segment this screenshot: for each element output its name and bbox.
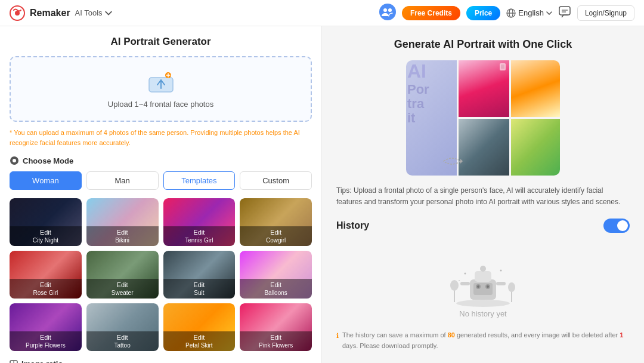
tab-woman[interactable]: Woman bbox=[10, 171, 82, 190]
style-name-sweater: Sweater bbox=[86, 290, 159, 296]
users-icon bbox=[379, 4, 396, 20]
history-title: History bbox=[336, 220, 369, 231]
hero-cell-face bbox=[459, 119, 509, 176]
style-name-balloons: Balloons bbox=[240, 290, 312, 296]
page-title: AI Portrait Generator bbox=[10, 36, 312, 48]
svg-rect-26 bbox=[473, 283, 493, 295]
hero-cell-bottle bbox=[511, 60, 560, 117]
globe-icon bbox=[506, 8, 516, 18]
tab-man[interactable]: Man bbox=[86, 171, 159, 190]
svg-point-40 bbox=[500, 270, 502, 272]
upload-area[interactable]: Upload 1~4 frontal face photos bbox=[10, 56, 312, 122]
chevron-down-icon bbox=[105, 10, 112, 17]
style-item-tattoo[interactable]: Edit Tattoo bbox=[86, 303, 159, 351]
svg-point-1 bbox=[15, 11, 20, 16]
style-item-pinkflowers[interactable]: Edit Pink Flowers bbox=[240, 303, 312, 351]
svg-point-4 bbox=[388, 8, 392, 12]
svg-point-39 bbox=[465, 273, 466, 275]
svg-point-17 bbox=[13, 159, 16, 162]
ratio-icon bbox=[10, 360, 18, 364]
style-edit-sweater: Edit bbox=[86, 281, 159, 288]
mode-section: Choose Mode Woman Man Templates Custom bbox=[10, 156, 312, 190]
history-empty: No history yet bbox=[336, 241, 630, 324]
ratio-title: Image ratio bbox=[10, 359, 312, 363]
history-toggle[interactable] bbox=[603, 219, 630, 233]
style-name-tattoo: Tattoo bbox=[86, 342, 159, 349]
history-note: ℹ The history can save a maximum of 80 g… bbox=[336, 330, 630, 351]
no-history-text: No history yet bbox=[459, 309, 506, 318]
comment-icon bbox=[558, 5, 571, 19]
mode-tabs: Woman Man Templates Custom bbox=[10, 171, 312, 190]
style-edit-suit: Edit bbox=[163, 281, 236, 288]
ratio-section: Image ratio 1:2 1:1 2:3 3:2 bbox=[10, 359, 312, 363]
upload-text: Upload 1~4 frontal face photos bbox=[23, 100, 299, 109]
style-edit-tattoo: Edit bbox=[86, 334, 159, 341]
style-item-suit[interactable]: Edit Suit bbox=[163, 251, 236, 299]
upload-icon bbox=[23, 69, 299, 95]
hero-image-grid: AI Por tra it bbox=[406, 60, 560, 176]
hero-arrow-icon bbox=[441, 153, 463, 170]
main-content: AI Portrait Generator Upload 1~4 frontal… bbox=[0, 26, 644, 363]
svg-point-32 bbox=[480, 266, 486, 272]
svg-marker-21 bbox=[460, 159, 463, 164]
svg-point-41 bbox=[459, 280, 460, 281]
style-item-sweater[interactable]: Edit Sweater bbox=[86, 251, 159, 299]
svg-point-30 bbox=[487, 285, 489, 288]
style-edit-balloons: Edit bbox=[240, 281, 312, 288]
style-item-city-night[interactable]: Edit City Night bbox=[10, 198, 82, 246]
style-name-petal: Petal Skirt bbox=[163, 342, 236, 349]
upload-note-highlight: 4 bbox=[104, 129, 107, 136]
style-item-cowgirl[interactable]: Edit Cowgirl bbox=[240, 198, 312, 246]
style-name-bikini: Bikini bbox=[86, 237, 159, 244]
tab-custom[interactable]: Custom bbox=[240, 171, 312, 190]
style-item-purple[interactable]: Edit Purple Flowers bbox=[10, 303, 82, 351]
logo-text: Remaker bbox=[30, 8, 70, 19]
phone-icon bbox=[499, 63, 507, 71]
style-item-bikini[interactable]: Edit Bikini bbox=[86, 198, 159, 246]
svg-rect-34 bbox=[496, 282, 506, 285]
remaker-logo bbox=[10, 5, 25, 21]
style-edit-cowgirl: Edit bbox=[240, 229, 312, 236]
header-left: Remaker AI Tools bbox=[10, 5, 112, 21]
lang-chevron-icon bbox=[546, 11, 552, 15]
comment-button[interactable] bbox=[558, 5, 571, 20]
login-signup-button[interactable]: Login/Signup bbox=[577, 5, 634, 21]
style-edit-petal: Edit bbox=[163, 334, 236, 341]
style-name-cowgirl: Cowgirl bbox=[240, 237, 312, 244]
left-panel: AI Portrait Generator Upload 1~4 frontal… bbox=[0, 26, 322, 363]
svg-rect-31 bbox=[475, 271, 491, 282]
style-edit-purple: Edit bbox=[10, 334, 82, 341]
hero-cell-bikini bbox=[459, 60, 509, 117]
style-name-tennis: Tennis Girl bbox=[163, 237, 236, 244]
svg-rect-2 bbox=[379, 4, 396, 20]
style-name-city: City Night bbox=[10, 237, 82, 244]
svg-rect-8 bbox=[559, 7, 570, 15]
empty-state-icon bbox=[447, 256, 519, 309]
svg-rect-23 bbox=[501, 64, 504, 69]
users-icon-button[interactable] bbox=[379, 4, 396, 22]
price-button[interactable]: Price bbox=[466, 6, 500, 20]
style-item-tennis[interactable]: Edit Tennis Girl bbox=[163, 198, 236, 246]
svg-point-36 bbox=[450, 280, 459, 291]
hero-tip: Tips: Upload a frontal photo of a single… bbox=[336, 185, 630, 208]
mode-icon bbox=[10, 156, 19, 165]
header: Remaker AI Tools Free Credits Price Engl… bbox=[0, 0, 644, 26]
style-edit-rosegirl: Edit bbox=[10, 281, 82, 288]
svg-rect-33 bbox=[460, 282, 470, 285]
style-edit-city: Edit bbox=[10, 229, 82, 236]
style-item-balloons[interactable]: Edit Balloons bbox=[240, 251, 312, 299]
style-grid: Edit City Night Edit Bikini Edit Tennis … bbox=[10, 198, 312, 351]
svg-point-38 bbox=[508, 282, 515, 292]
svg-point-3 bbox=[383, 8, 387, 12]
info-icon: ℹ bbox=[336, 331, 339, 342]
style-item-petal[interactable]: Edit Petal Skirt bbox=[163, 303, 236, 351]
upload-note: * You can upload a maximum of 4 photos o… bbox=[10, 128, 312, 147]
right-panel: Generate AI Portrait with One Click AI P… bbox=[322, 26, 644, 363]
history-header: History bbox=[336, 219, 630, 233]
language-button[interactable]: English bbox=[506, 8, 552, 18]
free-credits-button[interactable]: Free Credits bbox=[402, 6, 460, 20]
hero-cell-jeans bbox=[511, 119, 560, 176]
tab-templates[interactable]: Templates bbox=[163, 171, 236, 190]
ai-tools-menu[interactable]: AI Tools bbox=[75, 8, 112, 17]
style-item-rosegirl[interactable]: Edit Rose Girl bbox=[10, 251, 82, 299]
